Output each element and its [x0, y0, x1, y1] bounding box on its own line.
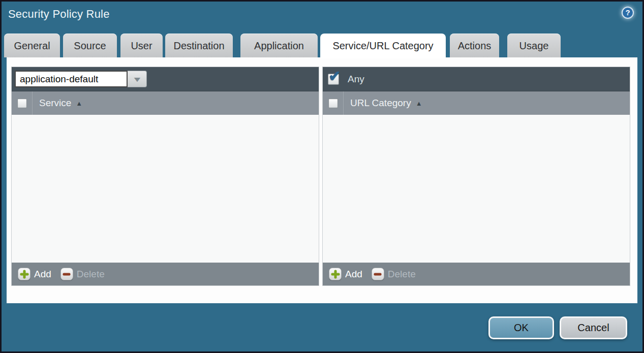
url-category-panel: ✔ Any URL Category ▲ Add: [322, 67, 630, 286]
chevron-down-icon: ▼: [132, 75, 142, 83]
service-panel: ▼ Service ▲ Add: [11, 67, 319, 286]
service-column-header[interactable]: Service ▲: [12, 91, 319, 115]
service-select-all-checkbox[interactable]: [17, 99, 27, 108]
service-column-label: Service: [39, 98, 71, 109]
plus-icon: [329, 268, 342, 280]
url-category-list-body: [323, 115, 630, 263]
url-category-column-label-cell: URL Category ▲: [344, 98, 422, 109]
url-category-delete-label: Delete: [388, 269, 416, 280]
tab-usage[interactable]: Usage: [507, 34, 561, 57]
url-category-select-all-checkbox[interactable]: [328, 99, 338, 108]
any-checkbox[interactable]: ✔: [328, 74, 339, 85]
any-label: Any: [348, 74, 364, 85]
cancel-button[interactable]: Cancel: [560, 316, 627, 339]
tab-destination[interactable]: Destination: [165, 34, 233, 57]
url-category-add-label: Add: [345, 269, 362, 280]
sort-ascending-icon: ▲: [416, 100, 422, 107]
tab-general[interactable]: General: [4, 34, 60, 57]
service-toolbar: ▼: [12, 67, 319, 91]
url-category-column-header[interactable]: URL Category ▲: [323, 91, 630, 115]
security-policy-rule-dialog: Security Policy Rule ? General Source Us…: [0, 0, 644, 353]
service-list-body: [12, 115, 319, 263]
tab-service-url-category[interactable]: Service/URL Category: [320, 34, 446, 58]
url-category-panel-footer: Add Delete: [323, 263, 630, 285]
service-select-all-cell: [12, 91, 33, 115]
service-column-label-cell: Service ▲: [33, 98, 82, 109]
service-type-input[interactable]: [15, 71, 128, 87]
url-category-select-all-cell: [323, 91, 344, 115]
checkmark-icon: ✔: [328, 68, 341, 85]
service-panel-footer: Add Delete: [12, 263, 319, 285]
ok-button[interactable]: OK: [488, 316, 554, 339]
service-delete-button[interactable]: Delete: [60, 268, 105, 280]
tab-application[interactable]: Application: [240, 34, 318, 57]
sort-ascending-icon: ▲: [76, 100, 82, 107]
tab-source[interactable]: Source: [63, 34, 117, 57]
tab-content-area: ▼ Service ▲ Add: [7, 57, 637, 303]
service-type-dropdown-button[interactable]: ▼: [128, 71, 147, 87]
url-category-toolbar: ✔ Any: [323, 67, 630, 91]
service-add-button[interactable]: Add: [18, 268, 51, 280]
service-type-dropdown: ▼: [15, 71, 147, 87]
dialog-title: Security Policy Rule: [8, 8, 110, 21]
service-add-label: Add: [34, 269, 51, 280]
tab-bar: General Source User Destination Applicat…: [0, 34, 644, 58]
tab-user[interactable]: User: [120, 34, 163, 57]
service-delete-label: Delete: [77, 269, 105, 280]
minus-icon: [372, 268, 384, 280]
tab-actions[interactable]: Actions: [450, 34, 499, 57]
minus-icon: [60, 268, 73, 280]
url-category-column-label: URL Category: [350, 98, 411, 109]
url-category-delete-button[interactable]: Delete: [372, 268, 416, 280]
plus-icon: [18, 268, 30, 280]
help-icon[interactable]: ?: [622, 7, 634, 19]
url-category-add-button[interactable]: Add: [329, 268, 362, 280]
